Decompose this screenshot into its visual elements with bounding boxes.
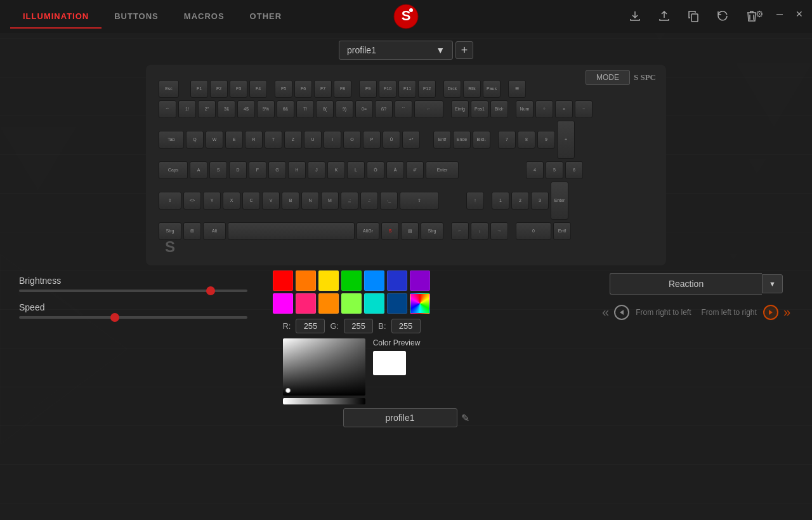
key-ins[interactable]: Einfg bbox=[451, 100, 469, 118]
key-z[interactable]: Z bbox=[284, 131, 302, 149]
swatch-green[interactable] bbox=[341, 270, 362, 291]
key-num3[interactable]: 3 bbox=[531, 192, 549, 210]
key-m[interactable]: M bbox=[321, 192, 339, 210]
key-r[interactable]: R bbox=[245, 131, 263, 149]
key-lwin[interactable]: ⊞ bbox=[183, 222, 201, 240]
key-f10[interactable]: F10 bbox=[379, 80, 396, 98]
key-spc-logo[interactable]: S bbox=[381, 222, 399, 240]
key-n[interactable]: N bbox=[301, 192, 319, 210]
b-input[interactable] bbox=[391, 319, 421, 333]
swatch-dark-blue[interactable] bbox=[387, 270, 407, 291]
swatch-blue[interactable] bbox=[364, 270, 384, 291]
key-numadd[interactable]: + bbox=[557, 121, 575, 159]
key-1[interactable]: 1! bbox=[178, 100, 196, 118]
key-print[interactable]: Drck bbox=[443, 80, 461, 98]
key-comma[interactable]: ,; bbox=[341, 192, 358, 210]
key-q[interactable]: Q bbox=[186, 131, 204, 149]
key-right[interactable]: → bbox=[490, 222, 508, 240]
key-space[interactable] bbox=[228, 222, 355, 240]
import-button[interactable] bbox=[625, 6, 645, 29]
key-numenter[interactable]: Enter bbox=[551, 182, 568, 220]
key-pause[interactable]: Paus bbox=[483, 80, 501, 98]
swatch-yellow[interactable] bbox=[318, 270, 339, 291]
key-f11[interactable]: F11 bbox=[398, 80, 416, 98]
key-num7[interactable]: 7 bbox=[498, 131, 516, 149]
direction-left-double-arrow[interactable]: « bbox=[599, 302, 612, 322]
key-f5[interactable]: F5 bbox=[275, 80, 292, 98]
key-f[interactable]: F bbox=[249, 161, 266, 179]
tab-illumination[interactable]: ILLUMINATION bbox=[10, 5, 102, 29]
key-8[interactable]: 8( bbox=[316, 100, 334, 118]
reset-button[interactable] bbox=[713, 6, 732, 29]
g-input[interactable] bbox=[344, 319, 373, 333]
key-caps[interactable]: Caps bbox=[159, 161, 188, 179]
key-numdiv[interactable]: ÷ bbox=[535, 100, 553, 118]
key-ue[interactable]: Ü bbox=[383, 131, 400, 149]
key-lalt[interactable]: Alt bbox=[203, 222, 226, 240]
key-down[interactable]: ↓ bbox=[471, 222, 488, 240]
swatch-cyan[interactable] bbox=[364, 293, 384, 314]
keyboard-mode-button[interactable]: MODE bbox=[586, 70, 630, 85]
key-caret[interactable]: ^˘ bbox=[159, 100, 176, 118]
key-p[interactable]: P bbox=[363, 131, 381, 149]
key-9[interactable]: 9) bbox=[336, 100, 353, 118]
profile-name-input[interactable] bbox=[343, 408, 457, 427]
key-left[interactable]: ← bbox=[451, 222, 469, 240]
key-f9[interactable]: F9 bbox=[359, 80, 377, 98]
key-num6[interactable]: 6 bbox=[565, 161, 583, 179]
key-k[interactable]: K bbox=[327, 161, 345, 179]
key-raltgr[interactable]: AltGr bbox=[357, 222, 379, 240]
key-dot[interactable]: .: bbox=[360, 192, 378, 210]
key-apps[interactable]: ▤ bbox=[401, 222, 419, 240]
key-x[interactable]: X bbox=[223, 192, 240, 210]
key-menu[interactable]: ☰ bbox=[508, 80, 526, 98]
key-dash[interactable]: -_ bbox=[380, 192, 398, 210]
key-acute[interactable]: ´` bbox=[395, 100, 412, 118]
key-f4[interactable]: F4 bbox=[249, 80, 267, 98]
key-numsub[interactable]: − bbox=[575, 100, 593, 118]
key-f7[interactable]: F7 bbox=[314, 80, 332, 98]
key-f2[interactable]: F2 bbox=[210, 80, 228, 98]
key-lshift[interactable]: ⇧ bbox=[159, 192, 181, 210]
key-oe[interactable]: Ö bbox=[367, 161, 384, 179]
key-lctrl[interactable]: Strg bbox=[159, 222, 181, 240]
key-end[interactable]: Ende bbox=[453, 131, 471, 149]
key-l[interactable]: L bbox=[347, 161, 365, 179]
direction-from-left-to-right[interactable]: From left to right bbox=[698, 308, 761, 317]
key-s[interactable]: S bbox=[209, 161, 227, 179]
key-2[interactable]: 2" bbox=[198, 100, 216, 118]
key-d[interactable]: D bbox=[229, 161, 247, 179]
key-numdot[interactable]: Entf bbox=[553, 222, 571, 240]
key-3[interactable]: 3§ bbox=[218, 100, 235, 118]
key-del[interactable]: Entf bbox=[433, 131, 451, 149]
hue-bar[interactable] bbox=[283, 398, 365, 404]
key-f6[interactable]: F6 bbox=[294, 80, 312, 98]
key-num8[interactable]: 8 bbox=[518, 131, 535, 149]
key-a[interactable]: A bbox=[190, 161, 207, 179]
key-ae[interactable]: Ä bbox=[386, 161, 404, 179]
gradient-picker[interactable] bbox=[283, 338, 365, 396]
key-v[interactable]: V bbox=[262, 192, 280, 210]
direction-right-double-arrow[interactable]: » bbox=[781, 302, 793, 322]
key-w[interactable]: W bbox=[206, 131, 223, 149]
key-i[interactable]: I bbox=[324, 131, 341, 149]
key-numlock[interactable]: Num bbox=[516, 100, 534, 118]
swatch-multicolor[interactable] bbox=[410, 293, 430, 314]
key-esc[interactable]: Esc bbox=[159, 80, 179, 98]
key-num0[interactable]: 0 bbox=[516, 222, 551, 240]
swatch-lime[interactable] bbox=[341, 293, 362, 314]
key-h[interactable]: H bbox=[288, 161, 306, 179]
key-backspace[interactable]: ← bbox=[414, 100, 443, 118]
key-5[interactable]: 5% bbox=[257, 100, 275, 118]
tab-macros[interactable]: MACROS bbox=[171, 5, 237, 29]
swatch-amber[interactable] bbox=[318, 293, 339, 314]
settings-button[interactable]: ⚙ bbox=[752, 8, 768, 20]
key-angle[interactable]: <> bbox=[183, 192, 201, 210]
swatch-orange[interactable] bbox=[296, 270, 316, 291]
key-y[interactable]: Y bbox=[203, 192, 221, 210]
key-plus[interactable]: +* bbox=[402, 131, 420, 149]
key-t[interactable]: T bbox=[265, 131, 282, 149]
key-nummul[interactable]: × bbox=[555, 100, 573, 118]
key-e[interactable]: E bbox=[225, 131, 243, 149]
key-rctrl[interactable]: Strg bbox=[421, 222, 443, 240]
